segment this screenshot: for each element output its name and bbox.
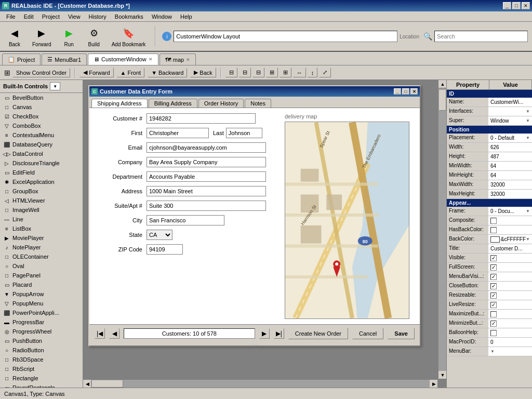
create-new-order-button[interactable]: Create New Order — [288, 328, 348, 339]
sidebar-item-powerpointappli[interactable]: ⬛ PowerPointAppli... — [0, 308, 83, 317]
prop-hasbackcolor-value[interactable] — [488, 225, 532, 234]
cw-tab-shipping[interactable]: Shipping Address — [91, 99, 148, 108]
menu-window[interactable]: Window — [148, 12, 176, 21]
cw-maximize-button[interactable]: □ — [402, 88, 409, 95]
show-control-order-button[interactable]: Show Control Order — [12, 68, 70, 77]
cw-tab-billing[interactable]: Billing Address — [149, 99, 197, 108]
tb2-back-button[interactable]: ▶ Back — [190, 68, 216, 77]
prop-maximizebut-value[interactable] — [488, 310, 532, 318]
email-input[interactable] — [147, 142, 266, 153]
prop-closebutton-value[interactable] — [488, 282, 532, 290]
state-select[interactable]: CA NY TX — [147, 230, 172, 240]
title-bar-controls[interactable]: _ □ ✕ — [503, 2, 530, 9]
align-middle-button[interactable]: ⊞ — [280, 68, 291, 77]
align-left-button[interactable]: ⊟ — [225, 68, 237, 77]
prop-placement-value[interactable]: 0 - Default ▼ — [488, 134, 532, 142]
add-bookmark-button[interactable]: 🔖 Add Bookmark — [109, 25, 149, 48]
menu-edit[interactable]: Edit — [20, 12, 38, 21]
prop-maxwidth-value[interactable]: 32000 — [488, 180, 532, 189]
prop-backcolor-value[interactable]: &cFFFFFF ▼ — [488, 235, 532, 244]
company-input[interactable] — [147, 157, 266, 167]
sidebar-item-databasequery[interactable]: ⬛ DatabaseQuery — [0, 140, 83, 149]
tab-map[interactable]: 🗺 map ✕ — [159, 54, 196, 65]
resizeable-checkbox[interactable] — [490, 292, 497, 299]
interfaces-dropdown-icon[interactable]: ▼ — [526, 109, 530, 114]
cw-tab-notes[interactable]: Notes — [245, 99, 271, 108]
hscroll-right-button[interactable]: ▶ — [430, 380, 438, 388]
build-button[interactable]: ⚙ Build — [84, 25, 104, 48]
sidebar-item-htmlviewer[interactable]: ◁ HTMLViewer — [0, 196, 83, 205]
sidebar-item-progresswheel[interactable]: ◎ ProgressWheel — [0, 327, 83, 336]
hasbackcolor-checkbox[interactable] — [490, 227, 497, 233]
sidebar-item-imagewell[interactable]: □ ImageWell — [0, 205, 83, 215]
hscroll-left-button[interactable]: ◀ — [83, 380, 91, 388]
close-button[interactable]: ✕ — [522, 2, 530, 9]
sidebar-item-contextualmenu[interactable]: ≡ ContextualMenu — [0, 130, 83, 140]
sidebar-item-listbox[interactable]: ≡ ListBox — [0, 224, 83, 233]
sidebar-item-canvas[interactable]: □ Canvas — [0, 102, 83, 112]
prop-width-value[interactable]: 626 — [488, 143, 532, 152]
prop-minheight-value[interactable]: 64 — [488, 171, 532, 180]
balloonhelp-checkbox[interactable] — [490, 330, 497, 336]
prop-liveresize-value[interactable] — [488, 300, 532, 309]
super-dropdown-icon[interactable]: ▼ — [526, 118, 530, 123]
search-input[interactable] — [434, 31, 528, 42]
prop-composite-value[interactable] — [488, 216, 532, 225]
customer-window-controls[interactable]: _ □ ✕ — [394, 88, 418, 95]
size-height-button[interactable]: ↕ — [308, 68, 318, 77]
menubar-dropdown-icon[interactable]: ▼ — [490, 349, 495, 354]
sidebar-item-excelapplication[interactable]: ✱ ExcelApplication — [0, 177, 83, 187]
nav-prev-button[interactable]: ◀ — [109, 328, 119, 339]
menu-bookmarks[interactable]: Bookmarks — [111, 12, 148, 21]
align-top-button[interactable]: ⊞ — [266, 68, 278, 77]
nav-next-button[interactable]: ▶ — [259, 328, 270, 339]
prop-minimizebut-value[interactable] — [488, 319, 532, 328]
sidebar-item-editfield[interactable]: ▭ EditField — [0, 168, 83, 177]
cw-close-button[interactable]: ✕ — [410, 88, 418, 95]
cancel-button[interactable]: Cancel — [352, 328, 383, 339]
prop-super-value[interactable]: Window ▼ — [488, 116, 532, 125]
tab-menubar[interactable]: ☰ MenuBar1 — [42, 54, 87, 65]
tab-customerwindow[interactable]: 🖥 CustomerWindow ✕ — [88, 54, 158, 65]
vscroll-up-button[interactable]: ▲ — [438, 80, 446, 88]
cw-minimize-button[interactable]: _ — [394, 88, 401, 95]
sidebar-item-rectangle[interactable]: □ Rectangle — [0, 374, 83, 383]
back-button[interactable]: ◀ Back — [4, 25, 25, 48]
sidebar-item-movieplayer[interactable]: ▶ MoviePlayer — [0, 233, 83, 243]
zip-input[interactable] — [147, 244, 183, 255]
forward-button[interactable]: ▶ Forward — [29, 25, 55, 48]
city-input[interactable] — [147, 215, 224, 225]
tb2-backward-button[interactable]: ▼ Backward — [148, 68, 187, 77]
prop-balloonhelp-value[interactable] — [488, 328, 532, 337]
cw-tab-orderhistory[interactable]: Order History — [198, 99, 244, 108]
department-input[interactable] — [147, 171, 266, 182]
maximize-button[interactable]: □ — [512, 2, 521, 9]
hscroll-thumb[interactable] — [92, 380, 123, 388]
last-input[interactable] — [226, 128, 262, 138]
tb2-forward-button[interactable]: ◀ Forward — [79, 68, 113, 77]
resize-handle-bottom[interactable]: · · · — [89, 342, 420, 345]
tab-customerwindow-close[interactable]: ✕ — [149, 57, 153, 62]
sidebar-dropdown[interactable]: ▼ — [50, 82, 60, 90]
sidebar-item-pagepanel[interactable]: □ PagePanel — [0, 271, 83, 280]
menu-history[interactable]: History — [85, 12, 111, 21]
prop-interfaces-value[interactable]: ▼ — [488, 107, 532, 116]
sidebar-item-radiobutton[interactable]: ○ RadioButton — [0, 345, 83, 355]
closebutton-checkbox[interactable] — [490, 283, 497, 289]
fullscreen-checkbox[interactable] — [490, 264, 497, 271]
sidebar-item-rb3dspace[interactable]: □ Rb3DSpace — [0, 355, 83, 364]
tab-project[interactable]: 📋 Project — [2, 54, 41, 65]
composite-checkbox[interactable] — [490, 218, 497, 224]
menu-help[interactable]: Help — [176, 12, 196, 21]
prop-height-value[interactable]: 487 — [488, 152, 532, 161]
tab-map-close[interactable]: ✕ — [186, 57, 190, 62]
menu-file[interactable]: File — [2, 12, 20, 21]
maximizebut-checkbox[interactable] — [490, 311, 497, 317]
sidebar-item-disclosuretriangle[interactable]: ▷ DisclosureTriangle — [0, 158, 83, 168]
sidebar-item-groupbox[interactable]: □ GroupBox — [0, 187, 83, 196]
prop-title-value[interactable]: Customer D... — [488, 244, 532, 253]
menu-project[interactable]: Project — [38, 12, 64, 21]
vscroll-thumb[interactable] — [439, 90, 446, 111]
sidebar-item-oval[interactable]: ○ Oval — [0, 261, 83, 271]
align-right-button[interactable]: ⊟ — [252, 68, 264, 77]
